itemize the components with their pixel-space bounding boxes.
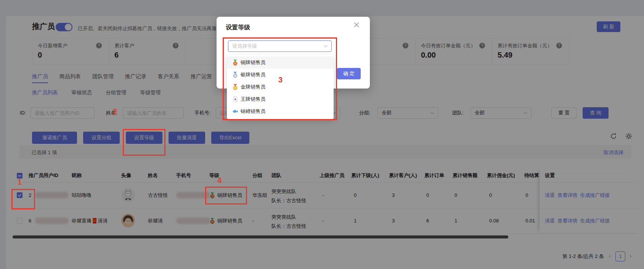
- close-icon[interactable]: [354, 22, 359, 27]
- promoter-admin-page: 推广员 已开启。若关闭则停止招募推广员，链接失效，推广员无法再邀 刷 新 今日新…: [0, 0, 644, 269]
- confirm-button[interactable]: 确 定: [337, 68, 361, 79]
- annotation-number-4: 4: [217, 176, 222, 185]
- annotation-number-1: 1: [18, 178, 22, 187]
- annotation-number-2: 2: [113, 107, 117, 116]
- annotation-box-4: [205, 187, 247, 205]
- annotation-box-1: [11, 189, 35, 209]
- annotation-number-3: 3: [278, 76, 283, 84]
- modal-title: 设置等级: [226, 24, 250, 32]
- annotation-box-2: [123, 129, 165, 156]
